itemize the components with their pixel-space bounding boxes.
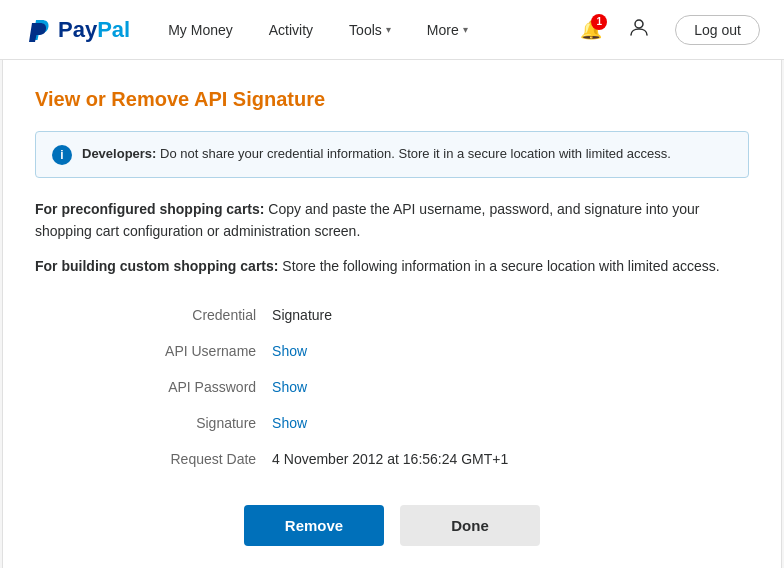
content-area: View or Remove API Signature i Developer… — [3, 60, 781, 568]
cred-label-0: Credential — [142, 307, 272, 323]
table-row: Signature Show — [142, 405, 642, 441]
user-icon — [629, 17, 649, 42]
table-row: Request Date 4 November 2012 at 16:56:24… — [142, 441, 642, 477]
nav-more[interactable]: More ▾ — [413, 0, 482, 60]
nav-my-money[interactable]: My Money — [154, 0, 247, 60]
svg-point-0 — [635, 20, 643, 28]
cred-value-0: Signature — [272, 307, 332, 323]
logout-button[interactable]: Log out — [675, 15, 760, 45]
nav-activity[interactable]: Activity — [255, 0, 327, 60]
cred-label-2: API Password — [142, 379, 272, 395]
table-row: API Username Show — [142, 333, 642, 369]
paypal-text: PayPal — [58, 17, 130, 43]
cred-value-2: Show — [272, 379, 307, 395]
more-chevron-icon: ▾ — [463, 24, 468, 35]
table-row: Credential Signature — [142, 297, 642, 333]
remove-button[interactable]: Remove — [244, 505, 384, 546]
nav-tools[interactable]: Tools ▾ — [335, 0, 405, 60]
signature-show-link[interactable]: Show — [272, 415, 307, 431]
paypal-logo-icon — [24, 14, 56, 46]
desc2: For building custom shopping carts: Stor… — [35, 255, 749, 277]
cred-label-4: Request Date — [142, 451, 272, 467]
cred-label-1: API Username — [142, 343, 272, 359]
page-wrapper: View or Remove API Signature i Developer… — [2, 60, 782, 568]
cred-value-3: Show — [272, 415, 307, 431]
notification-badge: 1 — [591, 14, 607, 30]
api-username-show-link[interactable]: Show — [272, 343, 307, 359]
button-row: Remove Done — [35, 505, 749, 546]
tools-chevron-icon: ▾ — [386, 24, 391, 35]
notifications-button[interactable]: 🔔 1 — [571, 10, 611, 50]
cred-label-3: Signature — [142, 415, 272, 431]
page-title: View or Remove API Signature — [35, 88, 749, 111]
table-row: API Password Show — [142, 369, 642, 405]
desc1: For preconfigured shopping carts: Copy a… — [35, 198, 749, 243]
navbar: PayPal My Money Activity Tools ▾ More ▾ … — [0, 0, 784, 60]
info-box: i Developers: Do not share your credenti… — [35, 131, 749, 178]
api-password-show-link[interactable]: Show — [272, 379, 307, 395]
paypal-logo[interactable]: PayPal — [24, 14, 130, 46]
info-box-text: Developers: Do not share your credential… — [82, 144, 671, 164]
nav-icons: 🔔 1 Log out — [571, 10, 760, 50]
profile-button[interactable] — [619, 10, 659, 50]
credentials-table: Credential Signature API Username Show A… — [142, 297, 642, 477]
cred-value-1: Show — [272, 343, 307, 359]
done-button[interactable]: Done — [400, 505, 540, 546]
info-icon: i — [52, 145, 72, 165]
cred-value-4: 4 November 2012 at 16:56:24 GMT+1 — [272, 451, 508, 467]
